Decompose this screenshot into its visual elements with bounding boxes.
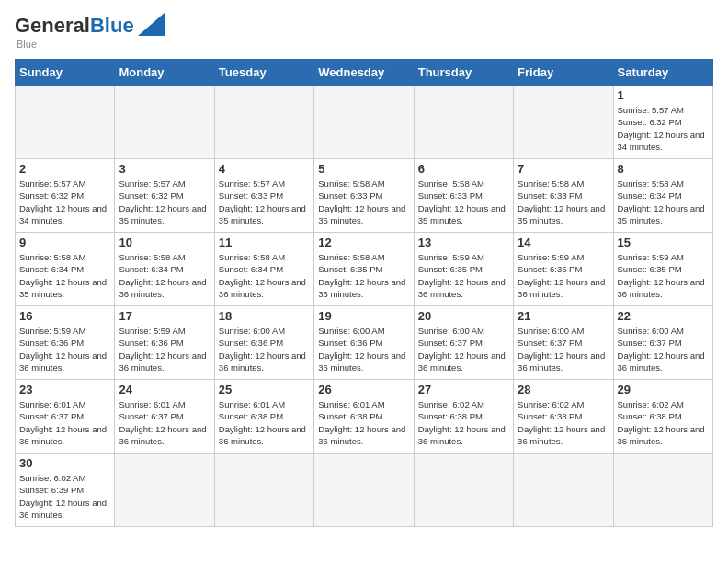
calendar-cell — [115, 454, 214, 527]
day-info: Sunrise: 5:57 AMSunset: 6:32 PMDaylight:… — [618, 104, 709, 153]
calendar-cell: 4Sunrise: 5:57 AMSunset: 6:33 PMDaylight… — [214, 159, 313, 233]
calendar-cell — [514, 86, 613, 159]
header-monday: Monday — [115, 60, 214, 86]
calendar-cell — [16, 86, 115, 159]
calendar-cell: 8Sunrise: 5:58 AMSunset: 6:34 PMDaylight… — [613, 159, 712, 233]
calendar-cell — [214, 86, 313, 159]
day-number: 16 — [19, 309, 110, 323]
day-number: 11 — [219, 236, 310, 249]
calendar-cell: 12Sunrise: 5:58 AMSunset: 6:35 PMDayligh… — [314, 233, 414, 306]
day-number: 26 — [318, 383, 409, 396]
calendar-cell: 6Sunrise: 5:58 AMSunset: 6:33 PMDaylight… — [414, 159, 513, 233]
day-number: 23 — [19, 383, 110, 396]
calendar-cell: 17Sunrise: 5:59 AMSunset: 6:36 PMDayligh… — [115, 306, 214, 380]
calendar-cell: 24Sunrise: 6:01 AMSunset: 6:37 PMDayligh… — [115, 380, 214, 454]
day-number: 2 — [19, 162, 110, 176]
header-saturday: Saturday — [613, 60, 712, 86]
header-wednesday: Wednesday — [314, 60, 414, 86]
logo: GeneralBlue Blue — [15, 15, 165, 50]
day-number: 17 — [119, 309, 210, 323]
day-info: Sunrise: 5:57 AMSunset: 6:32 PMDaylight:… — [19, 178, 110, 226]
day-number: 24 — [119, 383, 210, 396]
day-info: Sunrise: 5:58 AMSunset: 6:34 PMDaylight:… — [618, 178, 709, 226]
logo-tagline: Blue — [17, 39, 37, 50]
calendar-cell — [115, 86, 214, 159]
day-info: Sunrise: 5:58 AMSunset: 6:33 PMDaylight:… — [518, 178, 609, 226]
calendar-cell — [514, 454, 613, 527]
day-info: Sunrise: 5:59 AMSunset: 6:35 PMDaylight:… — [418, 251, 509, 300]
calendar-cell: 20Sunrise: 6:00 AMSunset: 6:37 PMDayligh… — [414, 306, 513, 380]
calendar-cell: 22Sunrise: 6:00 AMSunset: 6:37 PMDayligh… — [613, 306, 712, 380]
day-number: 28 — [518, 383, 609, 396]
day-info: Sunrise: 5:58 AMSunset: 6:34 PMDaylight:… — [219, 251, 310, 300]
day-info: Sunrise: 5:57 AMSunset: 6:32 PMDaylight:… — [119, 178, 210, 226]
calendar-cell: 9Sunrise: 5:58 AMSunset: 6:34 PMDaylight… — [16, 233, 115, 306]
calendar-cell: 10Sunrise: 5:58 AMSunset: 6:34 PMDayligh… — [115, 233, 214, 306]
week-row-4: 23Sunrise: 6:01 AMSunset: 6:37 PMDayligh… — [16, 380, 713, 454]
day-number: 19 — [318, 309, 409, 323]
day-number: 4 — [219, 162, 310, 176]
day-info: Sunrise: 6:00 AMSunset: 6:36 PMDaylight:… — [318, 325, 409, 373]
calendar-cell: 19Sunrise: 6:00 AMSunset: 6:36 PMDayligh… — [314, 306, 414, 380]
calendar-cell: 27Sunrise: 6:02 AMSunset: 6:38 PMDayligh… — [414, 380, 513, 454]
day-info: Sunrise: 6:01 AMSunset: 6:37 PMDaylight:… — [119, 398, 210, 447]
calendar-cell — [314, 454, 414, 527]
calendar-cell — [613, 454, 712, 527]
day-info: Sunrise: 5:59 AMSunset: 6:35 PMDaylight:… — [618, 251, 709, 300]
header: GeneralBlue Blue — [15, 15, 713, 50]
day-info: Sunrise: 5:57 AMSunset: 6:33 PMDaylight:… — [219, 178, 310, 226]
day-number: 14 — [518, 236, 609, 249]
day-number: 22 — [618, 309, 709, 323]
calendar-cell — [414, 454, 513, 527]
calendar-cell: 5Sunrise: 5:58 AMSunset: 6:33 PMDaylight… — [314, 159, 414, 233]
calendar-cell: 7Sunrise: 5:58 AMSunset: 6:33 PMDaylight… — [514, 159, 613, 233]
calendar-cell: 18Sunrise: 6:00 AMSunset: 6:36 PMDayligh… — [214, 306, 313, 380]
calendar: SundayMondayTuesdayWednesdayThursdayFrid… — [15, 59, 713, 527]
day-number: 15 — [618, 236, 709, 249]
week-row-3: 16Sunrise: 5:59 AMSunset: 6:36 PMDayligh… — [16, 306, 713, 380]
day-number: 9 — [19, 236, 110, 249]
logo-icon — [138, 12, 165, 36]
day-number: 3 — [119, 162, 210, 176]
day-info: Sunrise: 6:02 AMSunset: 6:39 PMDaylight:… — [19, 472, 110, 521]
week-row-1: 2Sunrise: 5:57 AMSunset: 6:32 PMDaylight… — [16, 159, 713, 233]
day-number: 6 — [418, 162, 509, 176]
calendar-header-row: SundayMondayTuesdayWednesdayThursdayFrid… — [16, 60, 713, 86]
day-number: 8 — [618, 162, 709, 176]
logo-text: GeneralBlue — [15, 15, 134, 37]
calendar-cell: 13Sunrise: 5:59 AMSunset: 6:35 PMDayligh… — [414, 233, 513, 306]
calendar-cell: 23Sunrise: 6:01 AMSunset: 6:37 PMDayligh… — [16, 380, 115, 454]
header-tuesday: Tuesday — [214, 60, 313, 86]
calendar-cell — [414, 86, 513, 159]
week-row-5: 30Sunrise: 6:02 AMSunset: 6:39 PMDayligh… — [16, 454, 713, 527]
day-info: Sunrise: 5:59 AMSunset: 6:36 PMDaylight:… — [19, 325, 110, 373]
week-row-0: 1Sunrise: 5:57 AMSunset: 6:32 PMDaylight… — [16, 86, 713, 159]
day-number: 10 — [119, 236, 210, 249]
day-info: Sunrise: 6:01 AMSunset: 6:38 PMDaylight:… — [219, 398, 310, 447]
day-number: 29 — [618, 383, 709, 396]
day-number: 21 — [518, 309, 609, 323]
day-info: Sunrise: 5:58 AMSunset: 6:35 PMDaylight:… — [318, 251, 409, 300]
day-number: 12 — [318, 236, 409, 249]
calendar-cell: 3Sunrise: 5:57 AMSunset: 6:32 PMDaylight… — [115, 159, 214, 233]
day-info: Sunrise: 6:00 AMSunset: 6:37 PMDaylight:… — [418, 325, 509, 373]
day-info: Sunrise: 6:02 AMSunset: 6:38 PMDaylight:… — [518, 398, 609, 447]
calendar-cell: 14Sunrise: 5:59 AMSunset: 6:35 PMDayligh… — [514, 233, 613, 306]
week-row-2: 9Sunrise: 5:58 AMSunset: 6:34 PMDaylight… — [16, 233, 713, 306]
day-info: Sunrise: 5:58 AMSunset: 6:33 PMDaylight:… — [418, 178, 509, 226]
day-info: Sunrise: 5:58 AMSunset: 6:33 PMDaylight:… — [318, 178, 409, 226]
day-info: Sunrise: 5:59 AMSunset: 6:36 PMDaylight:… — [119, 325, 210, 373]
day-info: Sunrise: 5:58 AMSunset: 6:34 PMDaylight:… — [119, 251, 210, 300]
day-number: 25 — [219, 383, 310, 396]
day-info: Sunrise: 6:02 AMSunset: 6:38 PMDaylight:… — [618, 398, 709, 447]
calendar-cell: 28Sunrise: 6:02 AMSunset: 6:38 PMDayligh… — [514, 380, 613, 454]
day-info: Sunrise: 6:01 AMSunset: 6:37 PMDaylight:… — [19, 398, 110, 447]
calendar-cell: 29Sunrise: 6:02 AMSunset: 6:38 PMDayligh… — [613, 380, 712, 454]
day-info: Sunrise: 6:02 AMSunset: 6:38 PMDaylight:… — [418, 398, 509, 447]
calendar-cell: 26Sunrise: 6:01 AMSunset: 6:38 PMDayligh… — [314, 380, 414, 454]
day-number: 1 — [618, 88, 709, 102]
day-number: 5 — [318, 162, 409, 176]
calendar-cell: 25Sunrise: 6:01 AMSunset: 6:38 PMDayligh… — [214, 380, 313, 454]
day-info: Sunrise: 5:58 AMSunset: 6:34 PMDaylight:… — [19, 251, 110, 300]
calendar-cell: 1Sunrise: 5:57 AMSunset: 6:32 PMDaylight… — [613, 86, 712, 159]
